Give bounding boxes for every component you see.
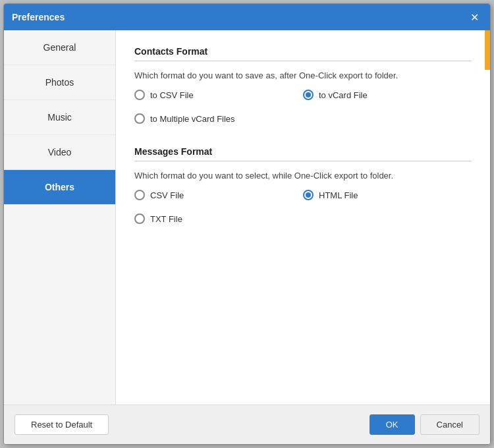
contacts-csv-radio[interactable] (134, 90, 145, 100)
messages-format-section: Messages Format Which format do you want… (134, 146, 472, 231)
contacts-multiple-vcard-option[interactable]: to Multiple vCard Files (134, 113, 472, 124)
sidebar-item-general[interactable]: General (4, 30, 115, 65)
contacts-vcard-option[interactable]: to vCard File (303, 90, 472, 100)
messages-csv-radio[interactable] (134, 190, 145, 200)
contacts-multiple-vcard-label: to Multiple vCard Files (150, 114, 235, 124)
dialog-title: Preferences (12, 12, 65, 22)
sidebar-item-video[interactable]: Video (4, 135, 115, 170)
messages-html-label: HTML File (319, 190, 358, 200)
cancel-button[interactable]: Cancel (420, 414, 480, 435)
messages-section-title: Messages Format (134, 146, 472, 157)
contacts-description: Which format do you want to save as, aft… (134, 70, 472, 80)
messages-radio-group: CSV File HTML File TXT File (134, 190, 472, 231)
messages-txt-radio[interactable] (134, 213, 145, 224)
close-button[interactable]: ✕ (466, 9, 482, 25)
messages-description: Which format do you want to select, whil… (134, 171, 472, 181)
reset-to-default-button[interactable]: Reset to Default (14, 414, 109, 435)
contacts-vcard-radio[interactable] (303, 90, 314, 100)
messages-csv-option[interactable]: CSV File (134, 190, 303, 200)
main-content: Contacts Format Which format do you want… (116, 30, 490, 405)
contacts-csv-option[interactable]: to CSV File (134, 90, 303, 100)
messages-divider (134, 161, 472, 161)
side-accent-bar (485, 30, 490, 70)
contacts-format-section: Contacts Format Which format do you want… (134, 46, 472, 130)
contacts-csv-label: to CSV File (150, 90, 194, 100)
dialog-footer: Reset to Default OK Cancel (4, 405, 490, 444)
sidebar-item-others[interactable]: Others (4, 170, 115, 205)
title-bar: Preferences ✕ (4, 4, 490, 30)
contacts-divider (134, 61, 472, 61)
messages-csv-label: CSV File (150, 190, 184, 200)
contacts-multiple-vcard-radio[interactable] (134, 113, 145, 124)
contacts-vcard-label: to vCard File (319, 90, 368, 100)
messages-html-option[interactable]: HTML File (303, 190, 472, 200)
preferences-dialog: Preferences ✕ General Photos Music Video… (3, 3, 491, 445)
contacts-section-title: Contacts Format (134, 46, 472, 57)
footer-action-buttons: OK Cancel (370, 414, 480, 435)
messages-html-radio[interactable] (303, 190, 314, 200)
ok-button[interactable]: OK (370, 414, 415, 435)
messages-txt-label: TXT File (150, 214, 182, 224)
sidebar: General Photos Music Video Others (4, 30, 116, 405)
messages-txt-option[interactable]: TXT File (134, 213, 472, 224)
sidebar-item-photos[interactable]: Photos (4, 65, 115, 100)
contacts-radio-group: to CSV File to vCard File to Multiple vC… (134, 90, 472, 130)
dialog-body: General Photos Music Video Others Contac… (4, 30, 490, 405)
sidebar-item-music[interactable]: Music (4, 100, 115, 135)
